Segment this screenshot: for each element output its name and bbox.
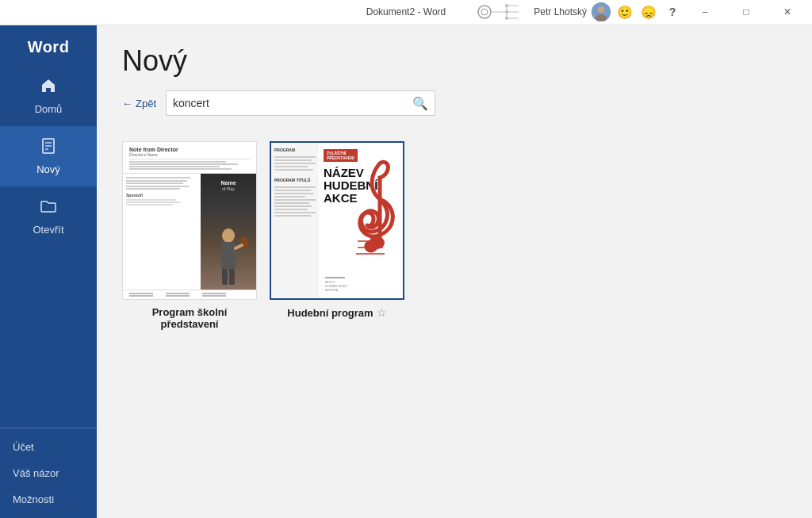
search-icon[interactable]: 🔍 [412,96,428,111]
template-thumbnail-2[interactable]: PROGRAM PROGRAM TITULŮ [270,141,404,300]
back-label: Zpět [136,98,156,109]
templates-grid: Note from Director Director's Name [122,141,787,330]
back-button[interactable]: ← Zpět [122,98,156,109]
document-title: Dokument2 - Word [366,6,446,17]
templates-area: Note from Director Director's Name [97,135,812,518]
back-arrow-icon: ← [122,98,132,109]
search-box: 🔍 [166,90,435,116]
pin-icon[interactable]: ☆ [377,306,387,319]
svg-point-8 [505,4,508,7]
template-card[interactable]: Note from Director Director's Name [122,141,257,330]
sidebar-item-open[interactable]: Otevřít [0,186,97,247]
tpl1-footer [123,290,256,299]
template-label-row-2: Hudební program ☆ [287,306,386,319]
sidebar-item-home[interactable]: Domů [0,66,97,126]
tpl2-right-col: ZVLÁŠTNÍPŘEDSTAVENÍ NÁZEVHUDEBNÍAKCE [319,143,403,298]
svg-point-12 [598,6,604,13]
open-folder-icon [40,198,57,219]
titlebar: Dokument2 - Word [0,0,812,25]
home-icon [40,77,57,98]
sidebar-item-open-label: Otevřít [33,224,63,236]
template-preview-1: Note from Director Director's Name [123,142,256,299]
tpl1-right: Name of Play [201,174,256,290]
maximize-button[interactable]: □ [728,0,764,25]
tpl1-body: Sponzoři [123,174,256,290]
template-label-2: Hudební program [287,307,373,319]
template-label-row-1: Program školní představení [122,306,257,330]
svg-rect-22 [222,269,228,285]
page-title: Nový [122,44,787,78]
help-button[interactable]: ? [663,2,682,21]
sidebar: Word Domů Nov [0,25,97,518]
circuit-decoration-icon [475,1,523,23]
sidebar-item-home-label: Domů [35,103,63,115]
sidebar-item-new-label: Nový [36,163,60,175]
svg-point-1 [481,9,488,15]
svg-point-18 [222,228,235,243]
new-doc-icon [40,137,57,159]
svg-rect-19 [221,242,236,270]
user-name: Petr Lhotský [534,6,587,17]
template-preview-2: PROGRAM PROGRAM TITULŮ [271,143,403,298]
sidebar-item-new[interactable]: Nový [0,126,97,186]
template-card-2[interactable]: PROGRAM PROGRAM TITULŮ [270,141,404,330]
sidebar-item-account[interactable]: Účet [0,435,97,459]
search-input[interactable] [173,97,412,109]
app-brand: Word [0,25,97,66]
sad-emoji-icon[interactable]: 😞 [639,2,658,21]
main-content: Nový ← Zpět 🔍 No [97,25,812,518]
close-button[interactable]: ✕ [769,0,806,25]
sidebar-item-feedback[interactable]: Váš názor [0,461,97,485]
tpl1-header: Note from Director Director's Name [123,142,256,174]
treble-clef-icon [350,155,401,259]
svg-point-10 [505,17,508,20]
happy-emoji-icon[interactable]: 🙂 [615,2,634,21]
svg-point-9 [505,10,508,13]
svg-point-0 [478,6,491,18]
sidebar-item-options[interactable]: Možnosti [0,487,97,512]
avatar-image [592,2,611,21]
sidebar-nav: Domů Nový O [0,66,97,428]
svg-rect-23 [229,269,235,285]
template-thumbnail-1[interactable]: Note from Director Director's Name [122,141,257,300]
minimize-button[interactable]: – [687,0,723,25]
sidebar-footer: Účet Váš názor Možnosti [0,428,97,518]
tpl1-left: Sponzoři [123,174,201,290]
user-info: Petr Lhotský [534,2,611,21]
template-label-1: Program školní představení [122,306,257,330]
tpl2-left-col: PROGRAM PROGRAM TITULŮ [271,143,319,298]
page-header: Nový ← Zpět 🔍 [97,25,812,135]
search-area: ← Zpět 🔍 [122,90,787,116]
avatar [592,2,611,21]
